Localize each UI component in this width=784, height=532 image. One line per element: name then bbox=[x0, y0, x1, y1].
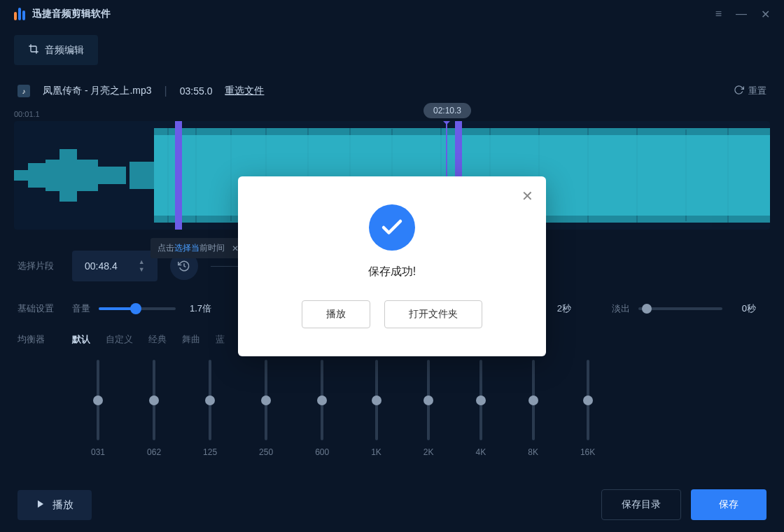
modal-open-folder-button[interactable]: 打开文件夹 bbox=[384, 300, 482, 328]
modal-overlay: ✕ 保存成功! 播放 打开文件夹 bbox=[0, 0, 784, 532]
modal-close-icon[interactable]: ✕ bbox=[522, 188, 533, 204]
check-circle-icon bbox=[369, 204, 415, 251]
modal-message: 保存成功! bbox=[259, 265, 525, 279]
save-success-modal: ✕ 保存成功! 播放 打开文件夹 bbox=[238, 176, 546, 356]
modal-play-button[interactable]: 播放 bbox=[302, 300, 370, 328]
